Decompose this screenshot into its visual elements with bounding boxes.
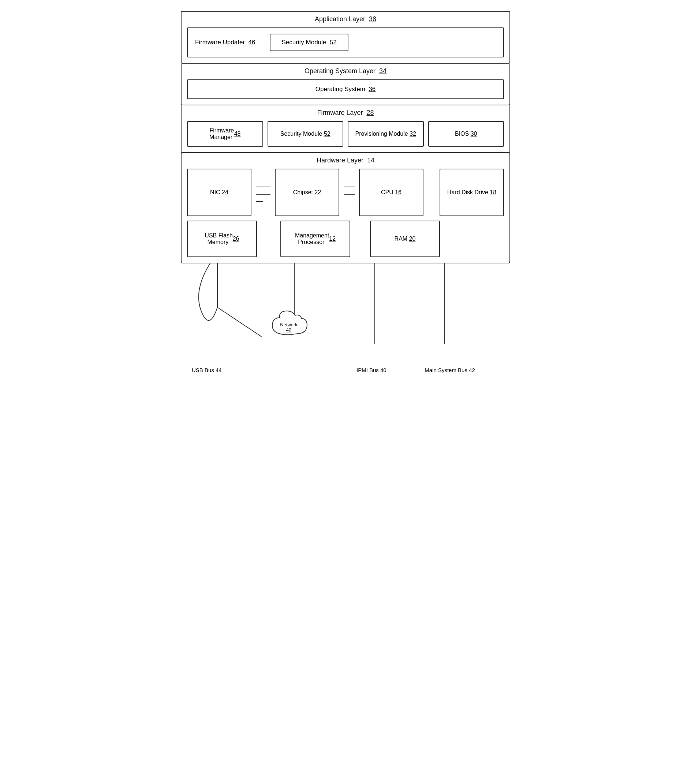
hw-ram: RAM 20 [370,221,440,257]
chipset-cpu-connector [344,169,355,216]
fw-provisioning-module: Provisioning Module 32 [348,121,424,147]
hardware-layer: Hardware Layer 14 NIC 24 Chipset 22 [181,153,510,264]
cloud-svg: Network 42 [269,307,309,340]
application-layer-title: Application Layer 38 [187,15,504,23]
spacer2 [261,221,276,257]
os-layer-title: Operating System Layer 34 [187,67,504,75]
svg-text:42: 42 [286,327,291,333]
firmware-layer: Firmware Layer 28 FirmwareManager 48 Sec… [181,105,510,153]
hw-usb-flash: USB FlashMemory 26 [187,221,257,257]
spacer3 [355,221,366,257]
connector-svg [256,181,270,203]
fw-security-module: Security Module 52 [267,121,344,147]
svg-text:Network: Network [280,322,298,328]
application-layer: Application Layer 38 Firmware Updater 46… [181,11,510,64]
main-system-bus-label: Main System Bus 42 [422,367,477,373]
hardware-layer-title: Hardware Layer 14 [187,156,504,164]
firmware-layer-title: Firmware Layer 28 [187,109,504,117]
hw-nic: NIC 24 [187,169,251,216]
connector-svg2 [344,181,355,203]
fw-bios: BIOS 30 [428,121,505,147]
hw-mgmt-processor: ManagementProcessor 12 [280,221,350,257]
network-cloud: Network 42 [269,307,309,342]
ipmi-bus-label: IPMI Bus 40 [356,367,386,373]
nic-chipset-connector [256,169,270,216]
spacer [428,169,435,216]
bottom-svg [181,264,510,380]
hdd-spacer [444,221,504,257]
application-layer-inner: Firmware Updater 46 Security Module 52 [187,28,504,58]
usb-bus-label: USB Bus 44 [192,367,222,373]
svg-line-6 [218,307,261,336]
app-security-module-box: Security Module 52 [270,34,348,51]
firmware-updater-label: Firmware Updater 46 [195,39,255,46]
os-layer: Operating System Layer 34 Operating Syst… [181,64,510,105]
hw-chipset: Chipset 22 [275,169,339,216]
hw-cpu: CPU 16 [359,169,424,216]
hw-row2: USB FlashMemory 26 ManagementProcessor 1… [187,221,504,257]
diagram-container: Application Layer 38 Firmware Updater 46… [181,11,510,380]
bottom-section: Network 42 USB Bus 44 IPMI Bus 40 Main S… [181,264,510,380]
hw-row1: NIC 24 Chipset 22 CPU 16 [187,169,504,216]
fw-firmware-manager: FirmwareManager 48 [187,121,263,147]
os-inner-box: Operating System 36 [187,79,504,99]
firmware-inner: FirmwareManager 48 Security Module 52 Pr… [187,121,504,147]
hw-hdd: Hard Disk Drive 18 [440,169,504,216]
